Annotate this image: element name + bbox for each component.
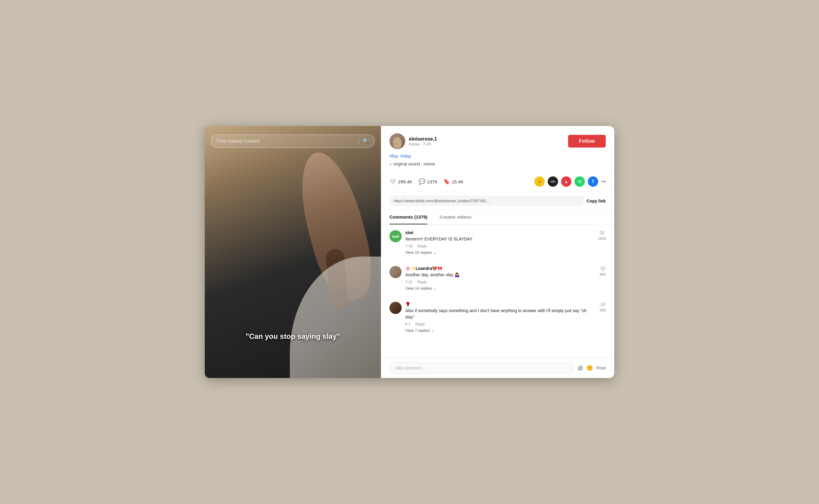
video-panel: 🔍 "Can you stop saying slay" xyxy=(205,126,381,378)
like-count: 688 xyxy=(600,308,606,312)
comment-item: 🌹 Also if somebody says something and I … xyxy=(389,296,606,339)
bookmarks-count: 15.4K xyxy=(452,179,464,184)
display-name: Eloise · 7-29 xyxy=(409,142,437,146)
facebook-icon[interactable]: f xyxy=(588,176,598,187)
profile-info: eloiserose.1 Eloise · 7-29 xyxy=(409,136,437,146)
comments-count: 1379 xyxy=(427,179,437,184)
comment-avatar: siwi xyxy=(389,230,401,242)
avatar-silhouette xyxy=(393,137,401,148)
share-icon-red[interactable]: ▲ xyxy=(561,176,572,187)
search-divider xyxy=(358,138,359,144)
comment-meta: 8-1 Reply xyxy=(405,322,596,326)
whatsapp-icon[interactable]: ✉ xyxy=(575,176,585,187)
music-icon: ♪ xyxy=(389,162,391,166)
link-url: https://www.tiktok.com/@eloiserose.1/vid… xyxy=(389,196,584,206)
comments-section: siwi siwi Neverrrr!! EVERYDAY IS SLAYDAY… xyxy=(381,225,614,358)
bookmarks-stat: 🔖 15.4K xyxy=(443,178,464,185)
heart-stat-icon: 🤍 xyxy=(389,178,396,185)
likes-count: 299.4K xyxy=(398,179,413,184)
emoji-icon[interactable]: 🙂 xyxy=(586,365,593,371)
comment-meta: 7-31 Reply xyxy=(405,280,596,284)
follow-button[interactable]: Follow xyxy=(568,135,606,148)
comment-avatar xyxy=(389,266,401,278)
view-replies-button[interactable]: View 15 replies ⌄ xyxy=(405,250,437,255)
embed-icon[interactable]: </> xyxy=(548,176,558,187)
stats-row: 🤍 299.4K 💬 1379 🔖 15.4K xyxy=(389,178,464,185)
profile-header: eloiserose.1 Eloise · 7-29 Follow xyxy=(389,133,606,149)
hashtags: #fyp #slay xyxy=(389,153,606,158)
tabs-section: Comments (1379) Creator videos xyxy=(381,210,614,225)
search-bar: 🔍 xyxy=(211,135,375,148)
search-container: 🔍 xyxy=(211,135,375,148)
add-comment-input[interactable] xyxy=(389,362,574,374)
comment-like: 🤍 1628 xyxy=(598,230,606,255)
bookmark-stat-icon: 🔖 xyxy=(443,178,450,185)
reply-button[interactable]: Reply xyxy=(418,244,427,248)
search-input[interactable] xyxy=(217,138,355,144)
view-replies-button[interactable]: View 14 replies ⌄ xyxy=(405,286,437,291)
comment-date: 8-1 xyxy=(405,322,411,326)
profile-left: eloiserose.1 Eloise · 7-29 xyxy=(389,133,437,149)
at-mention-icon[interactable]: @ xyxy=(578,365,583,371)
like-icon[interactable]: 🤍 xyxy=(600,266,606,272)
comment-text: Also if somebody says something and I do… xyxy=(405,308,596,320)
like-count: 1628 xyxy=(598,237,606,241)
reply-button[interactable]: Reply xyxy=(418,280,427,284)
search-icon-button[interactable]: 🔍 xyxy=(362,138,369,145)
share-icons: ♪ </> ▲ ✉ f ↪ xyxy=(534,176,606,187)
copy-link-button[interactable]: Copy link xyxy=(587,199,606,203)
view-replies-button[interactable]: View 7 replies ⌄ xyxy=(405,328,435,333)
avatar-image xyxy=(389,133,405,149)
comment-body: 🌹 Also if somebody says something and I … xyxy=(405,302,596,333)
like-icon[interactable]: 🤍 xyxy=(600,302,606,308)
comment-text: Another day, another slay 🤷‍♀️ xyxy=(405,272,596,278)
link-section: https://www.tiktok.com/@eloiserose.1/vid… xyxy=(381,192,614,210)
add-comment-section: @ 🙂 Post xyxy=(381,358,614,378)
comment-body: 🌸✨Leandra🤎🎀 Another day, another slay 🤷‍… xyxy=(405,266,596,291)
like-icon[interactable]: 🤍 xyxy=(599,230,605,236)
like-count: 869 xyxy=(600,272,606,277)
comment-username: 🌸✨Leandra🤎🎀 xyxy=(405,266,596,271)
tab-comments[interactable]: Comments (1379) xyxy=(389,210,428,224)
post-comment-button[interactable]: Post xyxy=(597,366,606,370)
comment-like: 🤍 688 xyxy=(600,302,606,333)
comment-actions: @ 🙂 xyxy=(578,365,593,371)
comment-meta: 7-30 Reply xyxy=(405,244,594,248)
tab-creator-videos[interactable]: Creator videos xyxy=(440,210,472,224)
comment-like: 🤍 869 xyxy=(600,266,606,291)
likes-stat: 🤍 299.4K xyxy=(389,178,413,185)
avatar xyxy=(389,133,405,149)
comment-body: siwi Neverrrr!! EVERYDAY IS SLAYDAY 7-30… xyxy=(405,230,594,255)
sound-text: original sound - meow xyxy=(393,162,435,166)
profile-section: eloiserose.1 Eloise · 7-29 Follow #fyp #… xyxy=(381,126,614,172)
share-tiktok-icon[interactable]: ♪ xyxy=(534,176,545,187)
hashtag-slay[interactable]: #slay xyxy=(400,153,411,158)
more-share-icon[interactable]: ↪ xyxy=(601,178,606,185)
comment-username: siwi xyxy=(405,230,594,235)
comment-username: 🌹 xyxy=(405,302,596,307)
video-caption: "Can you stop saying slay" xyxy=(205,331,381,342)
comment-text: Neverrrr!! EVERYDAY IS SLAYDAY xyxy=(405,236,594,242)
right-panel: eloiserose.1 Eloise · 7-29 Follow #fyp #… xyxy=(381,126,614,378)
comments-stat: 💬 1379 xyxy=(419,178,437,185)
username: eloiserose.1 xyxy=(409,136,437,142)
comment-item: 🌸✨Leandra🤎🎀 Another day, another slay 🤷‍… xyxy=(389,261,606,296)
comment-date: 7-30 xyxy=(405,244,413,248)
stats-share-section: 🤍 299.4K 💬 1379 🔖 15.4K ♪ </> xyxy=(381,172,614,192)
hashtag-fyp[interactable]: #fyp xyxy=(389,153,398,158)
comment-stat-icon: 💬 xyxy=(419,178,425,185)
reply-button[interactable]: Reply xyxy=(415,322,425,326)
comment-date: 7-31 xyxy=(405,280,413,284)
sound-info: ♪ original sound - meow xyxy=(389,162,606,166)
comment-avatar xyxy=(389,302,401,314)
comment-item: siwi siwi Neverrrr!! EVERYDAY IS SLAYDAY… xyxy=(389,225,606,261)
